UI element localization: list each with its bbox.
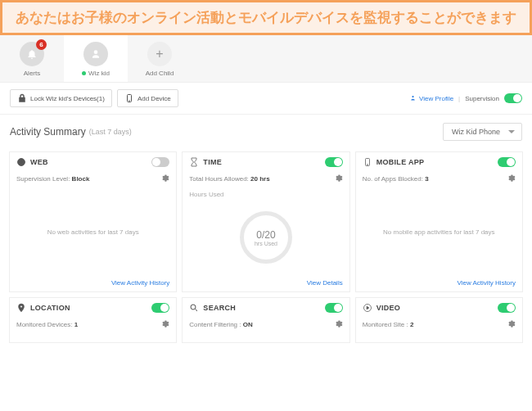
gear-icon[interactable] [160,319,169,330]
card-video: VIDEO Monitored Site : 2 [355,297,523,343]
time-toggle[interactable] [325,157,343,167]
location-toggle[interactable] [151,303,169,313]
gear-icon[interactable] [334,174,343,184]
web-history-link[interactable]: View Activity History [111,279,169,287]
summary-subtitle: (Last 7 days) [89,128,132,136]
device-icon [124,93,134,103]
svg-point-6 [367,165,367,165]
card-search-title: SEARCH [203,304,236,312]
gear-icon[interactable] [334,319,343,330]
search-toggle[interactable] [325,303,343,313]
svg-point-7 [191,305,196,309]
alerts-badge: 6 [36,39,47,50]
phone-icon [363,157,372,167]
gear-icon[interactable] [160,174,169,184]
video-toggle[interactable] [498,303,516,313]
search-icon [189,303,199,313]
mobile-empty-text: No mobile app activities for last 7 days [383,228,495,236]
pin-icon [16,303,26,313]
gear-icon[interactable] [507,319,516,330]
lock-icon [17,93,27,103]
avatar-icon [83,42,108,66]
tab-alerts[interactable]: 6 Alerts [0,35,64,82]
card-location-title: LOCATION [30,304,70,312]
supervision-label: Supervision [465,95,499,102]
mobile-history-link[interactable]: View Activity History [458,279,516,287]
child-tabs: 6 Alerts Wiz kid + Add Child [0,35,532,83]
tab-alerts-label: Alerts [0,70,64,77]
card-mobile: MOBILE APP No. of Apps Blocked: 3 No mob… [355,151,523,292]
summary-header: Activity Summary (Last 7 days) Wiz Kid P… [0,115,532,149]
supervision-toggle[interactable] [504,93,522,103]
play-icon [363,303,372,313]
tab-add-child[interactable]: + Add Child [128,35,192,82]
device-dropdown[interactable]: Wiz Kid Phone [443,123,522,141]
cards-row-1: WEB Supervision Level: Block No web acti… [0,149,532,295]
plus-icon: + [147,42,172,66]
svg-point-3 [412,95,413,97]
summary-title: Activity Summary [10,126,86,138]
lock-devices-label: Lock Wiz kid's Devices(1) [30,95,105,102]
card-mobile-title: MOBILE APP [376,158,425,166]
cards-row-2: LOCATION Monitored Devices: 1 SEARCH Con… [0,295,532,346]
card-location: LOCATION Monitored Devices: 1 [9,297,177,343]
time-hours-used-label: Hours Used [183,189,349,200]
hourglass-icon [189,157,199,167]
card-web: WEB Supervision Level: Block No web acti… [9,151,177,292]
gauge-label: hrs Used [255,241,277,246]
time-gauge: 0/20 hrs Used [240,211,292,264]
time-details-link[interactable]: View Details [307,279,343,287]
tab-child-label: Wiz kid [64,70,128,77]
web-toggle[interactable] [151,157,169,167]
tab-child[interactable]: Wiz kid [64,35,128,82]
toolbar: Lock Wiz kid's Devices(1) Add Device Vie… [0,83,532,115]
bell-icon: 6 [20,42,44,66]
annotation-banner: あなたはお子様のオンライン活動とモバイルデバイスを監視することができます [0,0,532,35]
card-video-title: VIDEO [376,304,401,312]
card-search: SEARCH Content Filtering : ON [182,297,349,343]
gear-icon[interactable] [507,174,516,184]
svg-point-2 [128,101,129,102]
card-time-title: TIME [203,158,222,166]
gauge-value: 0/20 [256,229,275,241]
globe-icon [16,157,26,167]
mobile-toggle[interactable] [498,157,516,167]
add-device-button[interactable]: Add Device [117,89,178,107]
add-device-label: Add Device [138,95,171,102]
tab-add-label: Add Child [128,70,192,77]
svg-point-0 [94,50,98,54]
card-time: TIME Total Hours Allowed: 20 hrs Hours U… [182,151,349,292]
person-icon [409,94,417,103]
lock-devices-button[interactable]: Lock Wiz kid's Devices(1) [10,89,112,107]
web-empty-text: No web activities for last 7 days [47,228,139,236]
card-web-title: WEB [30,158,48,166]
view-profile-link[interactable]: View Profile [409,94,453,103]
